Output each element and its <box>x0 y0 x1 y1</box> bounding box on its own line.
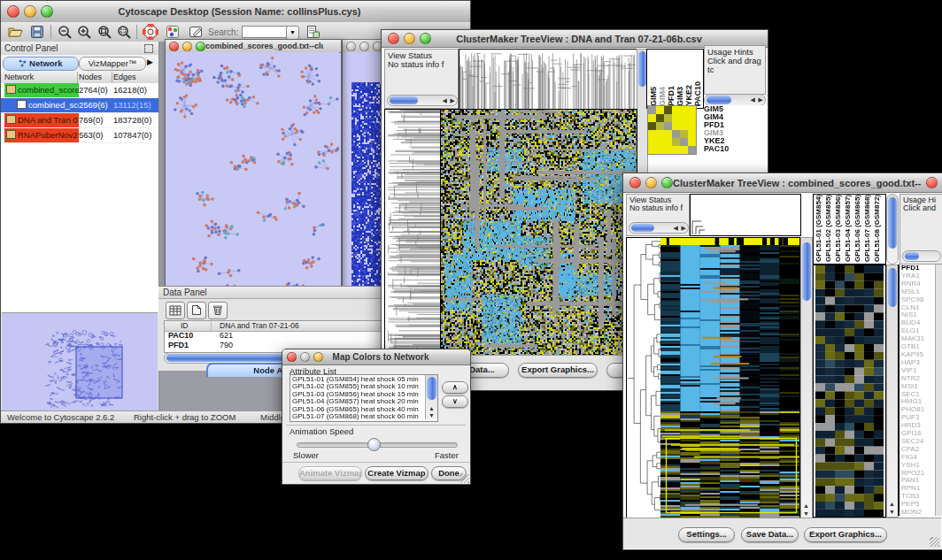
delete-attribute-button[interactable] <box>208 302 228 319</box>
network-view[interactable] <box>166 52 339 326</box>
zoom-selected-icon[interactable] <box>97 25 112 39</box>
view-status-hscrollbar[interactable]: ◀ ▶ <box>387 95 458 106</box>
gene-label[interactable]: MSL1 <box>901 288 937 296</box>
minimize-button[interactable] <box>359 42 369 51</box>
attribute-list-vscrollbar[interactable]: ▲ ▼ <box>425 375 437 419</box>
scroll-left-arrow[interactable]: ◀ <box>443 97 447 104</box>
tv2-main-vscrollbar[interactable]: ▲ ▼ <box>800 237 813 519</box>
birdseye-view[interactable] <box>2 312 158 410</box>
tab-vizmapper[interactable]: VizMapper™ <box>79 57 146 71</box>
close-button[interactable] <box>388 33 399 44</box>
tv2-row-dendrogram[interactable] <box>626 237 662 519</box>
zoom-button[interactable] <box>41 5 53 18</box>
col-nodes[interactable]: Nodes <box>79 73 102 81</box>
tv2-heatmap[interactable] <box>660 237 800 519</box>
tv1-row-dendrogram[interactable] <box>384 109 441 357</box>
export-graphics-button[interactable]: Export Graphics... <box>804 527 887 542</box>
zoom-button[interactable] <box>661 177 673 188</box>
zoom-fit-icon[interactable] <box>117 25 132 39</box>
tv1-summary-matrix[interactable] <box>647 105 697 155</box>
scroll-thumb[interactable] <box>390 96 418 104</box>
attribute-select-button[interactable] <box>166 302 185 319</box>
attribute-list-item[interactable]: GPL51-07 (GSM868) heat shock 60 min <box>292 413 424 420</box>
save-session-icon[interactable] <box>30 25 44 39</box>
scroll-thumb[interactable] <box>638 51 646 87</box>
gene-label[interactable]: NTR2 <box>901 375 937 383</box>
close-button[interactable] <box>346 42 356 51</box>
tv1-heatmap[interactable] <box>440 109 637 357</box>
scroll-thumb[interactable] <box>802 242 811 301</box>
slider-thumb[interactable] <box>367 438 381 451</box>
scroll-left-arrow[interactable]: ◀ <box>674 225 678 231</box>
resize-grip[interactable] <box>930 537 939 547</box>
create-vizmap-button[interactable]: Create Vizmap <box>365 466 429 480</box>
network-row[interactable]: RNAPuberNov2+1563(0)107847(0) <box>1 128 158 143</box>
col-attr[interactable]: DNA and Tran 07-21-06 <box>220 321 299 330</box>
close-button[interactable] <box>287 352 297 362</box>
tv2-detail-vscrollbar[interactable]: ▲ ▼ <box>886 265 899 518</box>
gene-label[interactable]: PUF3 <box>901 414 937 422</box>
scroll-up-arrow[interactable]: ▲ <box>889 501 895 507</box>
close-button[interactable] <box>629 177 641 188</box>
gene-label[interactable]: ELG1 <box>901 327 937 335</box>
gene-label[interactable]: BUD4 <box>901 319 937 327</box>
export-graphics-button[interactable]: Export Graphics... <box>518 363 598 378</box>
animate-vizmap-button[interactable]: Animate Vizmap <box>298 466 362 480</box>
gene-label[interactable]: PAN1 <box>901 477 937 485</box>
close-button[interactable] <box>169 42 179 51</box>
minimize-button[interactable] <box>24 5 36 18</box>
tv2-labels-vscrollbar[interactable] <box>886 194 899 265</box>
network1-titlebar[interactable]: combined_scores_good.txt--cluste... <box>166 40 341 53</box>
gene-label[interactable]: FIG4 <box>901 454 937 462</box>
gene-label[interactable]: SEC1 <box>901 391 937 399</box>
vizmapper-icon[interactable] <box>166 25 180 39</box>
zoom-in-icon[interactable] <box>77 25 92 39</box>
resize-grip[interactable] <box>459 473 469 483</box>
search-dropdown-button[interactable]: ▼ <box>286 26 299 40</box>
scroll-thumb[interactable] <box>631 224 654 232</box>
minimize-button[interactable] <box>300 352 310 362</box>
network-row[interactable]: combined_scores_2764(0)16218(0) <box>1 83 158 98</box>
gene-label[interactable]: GIM3 <box>704 129 762 137</box>
scroll-down-arrow[interactable]: ▼ <box>803 510 809 517</box>
new-attribute-button[interactable] <box>187 302 206 319</box>
network-row[interactable]: combined_sco2569(6)13112(15) <box>1 98 158 113</box>
gene-label[interactable]: YSH1 <box>901 462 937 470</box>
gene-label[interactable]: GIM5 <box>704 105 762 113</box>
minimize-button[interactable] <box>645 177 657 188</box>
minimize-button[interactable] <box>182 42 192 51</box>
gene-label[interactable]: PAC10 <box>704 145 762 153</box>
dialog-titlebar[interactable]: Map Colors to Network <box>282 349 470 365</box>
gene-label[interactable]: MSI1 <box>901 383 937 391</box>
help-lifering-icon[interactable] <box>143 24 158 40</box>
scroll-up-arrow[interactable]: ▲ <box>803 502 809 509</box>
settings-button[interactable]: Settings... <box>678 527 735 542</box>
gene-label[interactable]: GTB1 <box>901 343 937 351</box>
gene-label[interactable]: CLN1 <box>901 304 937 312</box>
move-up-button[interactable]: ∧ <box>442 381 468 394</box>
gene-label[interactable]: YKE2 <box>704 137 762 145</box>
gene-label[interactable]: VIP1 <box>901 367 937 375</box>
scroll-thumb[interactable] <box>706 96 731 104</box>
tab-network[interactable]: Network <box>3 57 79 71</box>
zoom-button[interactable] <box>313 352 323 362</box>
gene-label[interactable]: KAP95 <box>901 351 937 359</box>
scroll-down-arrow[interactable]: ▼ <box>889 509 895 515</box>
gene-label[interactable]: MON2 <box>901 509 937 516</box>
scroll-right-arrow[interactable]: ▶ <box>759 96 763 103</box>
col-network[interactable]: Network <box>4 73 34 81</box>
gene-label[interactable]: YRA1 <box>901 272 937 280</box>
scroll-up-arrow[interactable]: ▲ <box>429 405 435 411</box>
zoom-button[interactable] <box>420 33 431 44</box>
scroll-thumb[interactable] <box>427 377 436 400</box>
scroll-thumb[interactable] <box>888 197 897 249</box>
close-button[interactable] <box>7 5 19 18</box>
gene-label[interactable]: PEP5 <box>901 501 937 509</box>
gene-label[interactable]: HMG1 <box>901 398 937 406</box>
tv2-column-dendrogram[interactable] <box>690 194 801 236</box>
gene-label[interactable]: PHO81 <box>901 406 937 414</box>
save-data-button[interactable]: Save Data... <box>741 527 799 542</box>
gene-label[interactable]: HRD3 <box>901 422 937 430</box>
scroll-down-arrow[interactable]: ▼ <box>429 412 435 418</box>
usage-hscrollbar[interactable] <box>902 250 941 262</box>
